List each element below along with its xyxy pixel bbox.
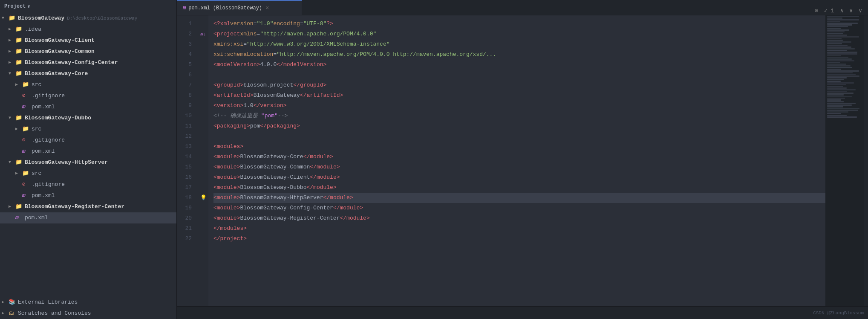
tree-root[interactable]: ▼ 📁 BlossomGateway D:\desktop\BlossomGat… bbox=[0, 13, 176, 24]
tree-item-root-pom[interactable]: m pom.xml bbox=[0, 212, 176, 223]
folder-icon: 📁 bbox=[15, 202, 23, 212]
tree-item-dubbo[interactable]: ▼ 📁 BlossomGateway-Dubbo bbox=[0, 113, 176, 124]
sidebar: Project ∨ ▼ 📁 BlossomGateway D:\desktop\… bbox=[0, 0, 177, 319]
tree-item-external-libraries[interactable]: ▶ 📚 External Libraries bbox=[0, 297, 176, 308]
check-count[interactable]: ✓ 1 bbox=[822, 6, 836, 15]
tree-item-core-pom[interactable]: m pom.xml bbox=[0, 102, 176, 113]
gutter-cell-11 bbox=[198, 121, 208, 131]
tabs-container: pom.xml (BlossomGateway-Core)mpom.xml (B… bbox=[177, 0, 302, 15]
tree-item-httpserver-gitignore[interactable]: ⊘ .gitignore bbox=[0, 179, 176, 190]
item-label: pom.xml bbox=[32, 191, 55, 200]
tab-toolbar: ⊘ ✓ 1 ∧ ∨ ∨ bbox=[809, 6, 868, 15]
tab-overflow[interactable]: ∨ bbox=[857, 6, 864, 15]
tab-label: pom.xml (BlossomGateway) bbox=[188, 5, 262, 11]
project-label: Project bbox=[4, 3, 26, 9]
item-arrow: ▼ bbox=[9, 113, 15, 123]
up-arrow[interactable]: ∧ bbox=[839, 6, 845, 15]
code-line-12 bbox=[213, 131, 825, 142]
scrollbar[interactable] bbox=[864, 15, 868, 306]
code-line-8: <artifactId>BlossomGateway</artifactId> bbox=[213, 90, 825, 101]
folder-icon: 📁 bbox=[15, 25, 23, 34]
code-area: 12345678910111213141516171819202122 m↓💡 … bbox=[177, 15, 868, 306]
gutter-cell-18: 💡 bbox=[198, 193, 208, 203]
tree-item-idea[interactable]: ▶ 📁 .idea bbox=[0, 24, 176, 35]
item-label: src bbox=[32, 80, 41, 90]
code-line-15: <module>BlossomGateway-Common</module> bbox=[213, 162, 825, 172]
tree-item-common[interactable]: ▶ 📁 BlossomGateway-Common bbox=[0, 46, 176, 57]
folder-icon: 📁 bbox=[15, 69, 23, 78]
gutter-cell-9 bbox=[198, 101, 208, 111]
gutter-cell-7 bbox=[198, 80, 208, 90]
item-label: pom.xml bbox=[32, 102, 55, 112]
code-line-10: <!-- 确保这里是 "pom" --> bbox=[213, 111, 825, 121]
tree-item-dubbo-gitignore[interactable]: ⊘ .gitignore bbox=[0, 135, 176, 146]
tree-item-core-src[interactable]: ▶ 📁 src bbox=[0, 79, 176, 90]
root-path: D:\desktop\BlossomGateway bbox=[67, 14, 137, 23]
folder-icon: 📁 bbox=[15, 36, 23, 45]
code-line-2: <project xmlns="http://maven.apache.org/… bbox=[213, 29, 825, 39]
gutter-cell-5 bbox=[198, 60, 208, 70]
gitignore-icon: ⊘ bbox=[22, 136, 30, 145]
folder-icon: 📁 bbox=[15, 158, 23, 167]
tab-close-btn[interactable]: × bbox=[265, 5, 269, 12]
tree-item-core[interactable]: ▼ 📁 BlossomGateway-Core bbox=[0, 68, 176, 79]
editor: pom.xml (BlossomGateway-Core)mpom.xml (B… bbox=[177, 0, 868, 319]
item-label: BlossomGateway-Client bbox=[25, 36, 95, 45]
tree-item-scratches[interactable]: ▶ 🗂 Scratches and Consoles bbox=[0, 308, 176, 319]
tree-item-client[interactable]: ▶ 📁 BlossomGateway-Client bbox=[0, 35, 176, 46]
gutter-icon[interactable]: ⊘ bbox=[813, 6, 820, 15]
item-label: BlossomGateway-Core bbox=[25, 69, 88, 78]
item-arrow: ▶ bbox=[2, 309, 9, 318]
gutter-cell-3 bbox=[198, 39, 208, 49]
gutter-cell-2: m↓ bbox=[198, 29, 208, 39]
minimap bbox=[825, 15, 864, 306]
maven-icon: m bbox=[22, 102, 30, 112]
gutter-cell-14 bbox=[198, 152, 208, 162]
tree-item-core-gitignore[interactable]: ⊘ .gitignore bbox=[0, 90, 176, 102]
tree-item-dubbo-src[interactable]: ▶ 📁 src bbox=[0, 124, 176, 135]
item-label: External Libraries bbox=[18, 298, 78, 307]
folder-icon: 📁 bbox=[22, 125, 30, 134]
folder-icon: 📁 bbox=[15, 47, 23, 56]
tree-item-config-center[interactable]: ▶ 📁 BlossomGateway-Config-Center bbox=[0, 57, 176, 68]
lib-icon: 📚 bbox=[9, 298, 16, 307]
item-label: src bbox=[32, 169, 41, 178]
code-line-3: xmlns:xsi="http://www.w3.org/2001/XMLSch… bbox=[213, 39, 825, 49]
tab-tab-root[interactable]: mpom.xml (BlossomGateway)× bbox=[177, 0, 302, 15]
item-arrow: ▶ bbox=[9, 202, 15, 212]
item-arrow: ▶ bbox=[2, 298, 9, 307]
watermark: CSDN @ZhangBlossom bbox=[813, 310, 864, 316]
folder-icon: 📁 bbox=[15, 58, 23, 67]
gutter: m↓💡 bbox=[198, 15, 208, 306]
item-label: BlossomGateway-Common bbox=[25, 47, 95, 56]
code-line-7: <groupId>blossom.project</groupId> bbox=[213, 80, 825, 90]
root-arrow: ▼ bbox=[2, 14, 9, 23]
folder-icon: 📁 bbox=[22, 80, 30, 90]
code-line-1: <?xml version="1.0" encoding="UTF-8"?> bbox=[213, 19, 825, 29]
tree-item-httpserver[interactable]: ▼ 📁 BlossomGateway-HttpServer bbox=[0, 157, 176, 168]
bottom-items: ▶ 📚 External Libraries ▶ 🗂 Scratches and… bbox=[0, 297, 176, 319]
gutter-cell-20 bbox=[198, 213, 208, 223]
project-chevron: ∨ bbox=[27, 4, 30, 9]
gutter-cell-16 bbox=[198, 172, 208, 183]
code-line-11: <packaging>pom</packaging> bbox=[213, 121, 825, 131]
item-arrow: ▼ bbox=[9, 69, 15, 78]
item-label: .gitignore bbox=[32, 136, 65, 145]
item-arrow: ▶ bbox=[9, 25, 15, 34]
project-header[interactable]: Project ∨ bbox=[0, 0, 176, 13]
item-arrow: ▶ bbox=[15, 80, 22, 90]
code-line-18: <module>BlossomGateway-HttpServer</modul… bbox=[213, 193, 825, 203]
down-arrow[interactable]: ∨ bbox=[848, 6, 854, 15]
lib-icon: 🗂 bbox=[9, 309, 16, 318]
tab-maven-icon: m bbox=[183, 5, 186, 11]
tree-item-register-center[interactable]: ▶ 📁 BlossomGateway-Register-Center bbox=[0, 201, 176, 212]
maven-icon: m bbox=[15, 213, 23, 223]
tree-item-dubbo-pom[interactable]: m pom.xml bbox=[0, 146, 176, 157]
item-label: Scratches and Consoles bbox=[18, 309, 91, 318]
code-line-5: <modelVersion>4.0.0</modelVersion> bbox=[213, 60, 825, 70]
tree-item-httpserver-src[interactable]: ▶ 📁 src bbox=[0, 168, 176, 179]
gutter-cell-10 bbox=[198, 111, 208, 121]
code-content[interactable]: <?xml version="1.0" encoding="UTF-8"?><p… bbox=[208, 15, 825, 306]
folder-icon: 📁 bbox=[15, 113, 23, 123]
tree-item-httpserver-pom[interactable]: m pom.xml bbox=[0, 190, 176, 201]
